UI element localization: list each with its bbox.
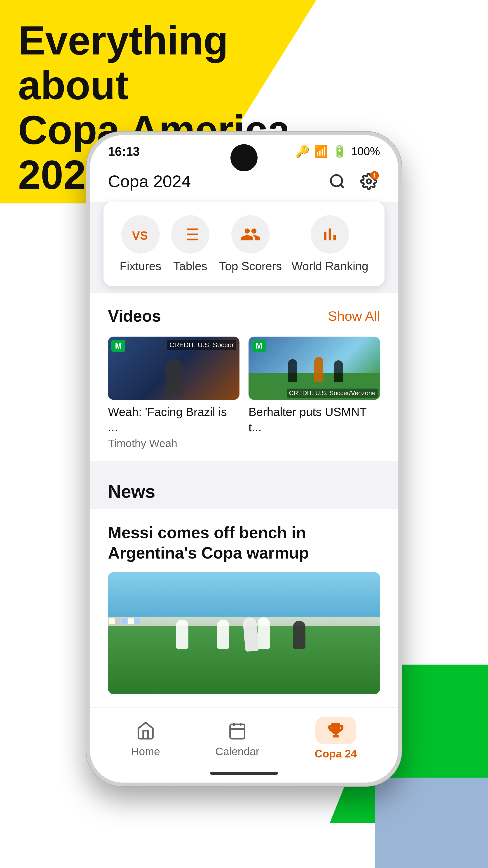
news-header: News — [90, 470, 398, 509]
svg-rect-10 — [230, 724, 245, 739]
video-thumb-2: M CREDIT: U.S. Soccer/Verizone — [249, 337, 380, 400]
video-subtitle-1: Timothy Weah — [108, 437, 239, 450]
nav-item-fixtures[interactable]: VS Fixtures — [120, 215, 161, 273]
nav-copa24[interactable]: Copa 24 — [315, 717, 357, 760]
ranking-label: World Ranking — [291, 259, 368, 273]
video-thumb-1: M CREDIT: U.S. Soccer — [108, 337, 239, 400]
news-section: News Messi comes off bench in Argentina'… — [90, 470, 398, 708]
svg-point-2 — [367, 179, 371, 184]
fixtures-label: Fixtures — [120, 259, 161, 273]
news-card[interactable]: Messi comes off bench in Argentina's Cop… — [90, 509, 398, 708]
tables-icon-circle — [171, 215, 209, 254]
app-title: Copa 2024 — [108, 172, 191, 191]
home-indicator — [210, 772, 278, 775]
videos-section-header: Videos Show All — [90, 293, 398, 332]
fixtures-icon-circle: VS — [121, 215, 160, 254]
battery-icon: 🔋 — [332, 145, 347, 158]
news-section-title: News — [108, 482, 155, 502]
tables-icon — [180, 224, 200, 245]
header-icons: 1 — [326, 170, 380, 193]
bg-blue-shape — [375, 778, 488, 868]
tables-label: Tables — [173, 259, 207, 273]
nav-item-top-scorers[interactable]: Top Scorers — [219, 215, 282, 273]
calendar-label: Calendar — [215, 745, 259, 758]
scorers-icon — [240, 224, 261, 245]
nav-item-world-ranking[interactable]: World Ranking — [291, 215, 368, 273]
news-headline: Messi comes off bench in Argentina's Cop… — [108, 522, 380, 563]
nav-card: VS Fixtures — [103, 202, 385, 286]
svg-line-1 — [340, 185, 344, 188]
bottom-nav: Home Calendar — [90, 708, 398, 782]
trophy-icon — [315, 717, 356, 744]
key-icon: 🔑 — [295, 145, 310, 158]
calendar-icon — [226, 719, 249, 742]
show-all-button[interactable]: Show All — [328, 308, 380, 324]
nav-calendar[interactable]: Calendar — [215, 719, 259, 758]
video-title-1: Weah: 'Facing Brazil is ... — [108, 404, 239, 435]
svg-point-0 — [331, 175, 342, 186]
notification-badge: 1 — [370, 171, 379, 180]
videos-section-title: Videos — [108, 307, 161, 325]
nav-item-tables[interactable]: Tables — [171, 215, 209, 273]
credit-text: CREDIT: U.S. Soccer/Verizone — [287, 389, 378, 398]
video-title-2: Berhalter puts USMNT t... — [249, 404, 380, 435]
phone-mockup: 16:13 🔑 📶 🔋 100% Copa 2024 — [86, 131, 402, 786]
news-image — [108, 572, 380, 694]
home-label: Home — [131, 745, 160, 758]
search-button[interactable] — [326, 170, 348, 193]
ranking-icon-circle — [311, 215, 349, 254]
scorers-icon-circle — [231, 215, 270, 254]
copa24-label: Copa 24 — [315, 747, 357, 760]
svg-text:VS: VS — [132, 229, 148, 242]
battery-percent: 100% — [351, 145, 380, 158]
video-card-2[interactable]: M CREDIT: U.S. Soccer/Verizone Berhalter… — [249, 337, 380, 450]
home-icon — [134, 719, 157, 742]
video-badge-2: M — [252, 340, 266, 352]
scorers-label: Top Scorers — [219, 259, 282, 273]
ranking-icon — [320, 224, 340, 245]
wifi-icon: 📶 — [314, 145, 328, 158]
video-card-1[interactable]: M CREDIT: U.S. Soccer Weah: 'Facing Braz… — [108, 337, 239, 450]
videos-row: M CREDIT: U.S. Soccer Weah: 'Facing Braz… — [90, 332, 398, 461]
status-icons: 🔑 📶 🔋 100% — [295, 145, 380, 158]
videos-section: Videos Show All M CREDIT: U.S. Soccer We… — [90, 293, 398, 461]
video-badge-1: M — [111, 340, 125, 352]
nav-home[interactable]: Home — [131, 719, 160, 758]
status-time: 16:13 — [108, 144, 140, 159]
vs-icon: VS — [130, 224, 151, 245]
camera-notch — [230, 144, 258, 171]
settings-button[interactable]: 1 — [357, 170, 380, 193]
